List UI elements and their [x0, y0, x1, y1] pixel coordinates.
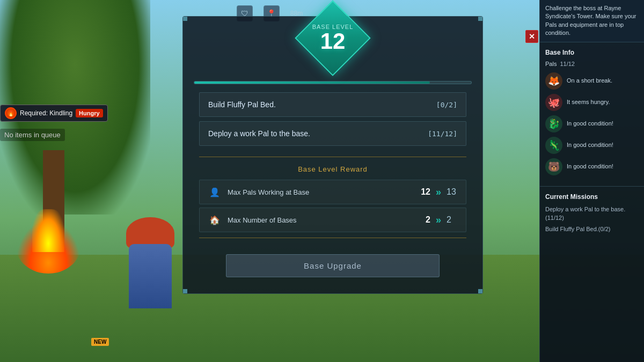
pals-line: Pals 11/12: [540, 60, 644, 70]
missions-section: Build Fluffy Pal Bed. [0/2] Deploy a wor…: [183, 92, 482, 146]
reward-arrow-0: »: [436, 187, 441, 198]
pal-avatar-2: 🐉: [545, 115, 562, 132]
progress-bar-background: [194, 81, 472, 84]
reward-rows: 👤 Max Pals Working at Base 12 » 13 🏠 Max…: [183, 180, 482, 232]
reward-current-1: 2: [414, 215, 430, 225]
reward-icon-0: 👤: [208, 186, 221, 198]
pal-avatar-0: 🦊: [545, 72, 562, 90]
current-missions-section: Current Missions Deploy a work Pal to th…: [540, 186, 644, 239]
upgrade-button-area: Base Upgrade: [183, 243, 482, 277]
pal-status-2: In good condition!: [567, 120, 613, 127]
divider-bottom: [199, 238, 466, 238]
pal-status-4: In good condition!: [567, 162, 613, 170]
pal-status-0: On a short break.: [567, 77, 612, 84]
pal-avatar-1: 🐙: [545, 94, 562, 111]
pal-item-4: 🐻 In good condition!: [540, 156, 644, 178]
current-missions-title: Current Missions: [540, 191, 644, 204]
campfire: [16, 198, 80, 274]
reward-next-1: 2: [447, 215, 457, 225]
pals-count: 11/12: [560, 61, 575, 67]
mission-text-1: Deploy a work Pal to the base.: [208, 129, 310, 138]
mission-count-0: [0/2]: [436, 101, 457, 109]
required-kindling-badge: 🔥 Required: Kindling Hungry: [0, 105, 108, 122]
current-mission-0: Deploy a work Pal to the base.(11/12): [540, 204, 644, 224]
progress-bar-area: [183, 81, 482, 84]
pal-item-0: 🦊 On a short break.: [540, 70, 644, 92]
pal-item-2: 🐉 In good condition!: [540, 113, 644, 135]
pal-item-3: 🦎 In good condition!: [540, 135, 644, 156]
pal-avatar-4: 🐻: [545, 158, 562, 175]
right-panel: Challenge the boss at Rayne Syndicate's …: [539, 0, 644, 362]
no-items-label: No items in queue: [0, 129, 65, 141]
base-upgrade-button[interactable]: Base Upgrade: [226, 254, 440, 277]
reward-icon-1: 🏠: [208, 213, 221, 226]
base-info-section: Base Info Pals 11/12 🦊 On a short break.…: [540, 42, 644, 182]
corner-bl: [183, 289, 187, 293]
diamond-wrapper: Base Level 12: [295, 1, 370, 76]
reward-current-0: 12: [414, 187, 430, 197]
mission-row-0: Build Fluffy Pal Bed. [0/2]: [199, 92, 466, 117]
pal-item-1: 🐙 It seems hungry.: [540, 92, 644, 113]
base-level-container: Base Level 12: [183, 1, 482, 76]
required-kindling-label: Required: Kindling: [20, 109, 72, 117]
quest-text: Challenge the boss at Rayne Syndicate's …: [545, 5, 636, 36]
pals-label: Pals: [545, 61, 557, 67]
reward-label-1: Max Number of Bases: [228, 216, 414, 224]
pal-avatar-3: 🦎: [545, 137, 562, 154]
close-button[interactable]: ✕: [525, 30, 538, 43]
mission-count-1: [11/12]: [428, 130, 457, 138]
corner-br: [478, 289, 482, 293]
reward-title: Base Level Reward: [183, 165, 482, 173]
hungry-badge: Hungry: [76, 109, 103, 117]
reward-label-0: Max Pals Working at Base: [228, 188, 414, 196]
fire-inner: [32, 209, 64, 252]
pal-status-1: It seems hungry.: [567, 98, 610, 106]
divider-top: [199, 157, 466, 157]
new-badge: NEW: [91, 338, 109, 346]
mission-row-1: Deploy a work Pal to the base. [11/12]: [199, 121, 466, 146]
pal-status-3: In good condition!: [567, 141, 613, 149]
reward-arrow-1: »: [436, 215, 441, 226]
quest-notification: Challenge the boss at Rayne Syndicate's …: [540, 0, 644, 42]
reward-row-0: 👤 Max Pals Working at Base 12 » 13: [199, 180, 466, 204]
character-body: [129, 244, 172, 308]
base-info-title: Base Info: [540, 47, 644, 60]
base-level-diamond: Base Level 12: [295, 0, 370, 76]
reward-next-0: 13: [447, 187, 457, 197]
base-level-number: 12: [320, 30, 346, 53]
character: [107, 212, 193, 319]
progress-bar-fill: [194, 82, 430, 84]
kindling-icon: 🔥: [5, 107, 17, 119]
diamond-inner: Base Level 12: [307, 12, 358, 64]
main-panel: Base Level 12 Build Fluffy Pal Bed. [0/2…: [182, 16, 483, 294]
reward-row-1: 🏠 Max Number of Bases 2 » 2: [199, 208, 466, 232]
mission-text-0: Build Fluffy Pal Bed.: [208, 100, 276, 109]
current-mission-1: Build Fluffy Pal Bed.(0/2): [540, 224, 644, 235]
